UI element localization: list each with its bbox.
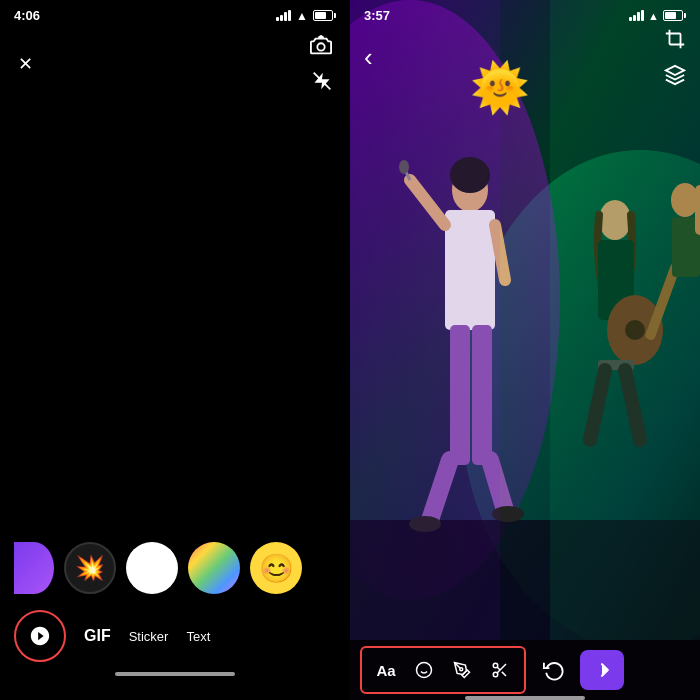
svg-line-45 — [497, 667, 500, 670]
camera-flip-button[interactable] — [310, 35, 332, 57]
right-status-bar: 3:57 ▲ — [350, 0, 700, 27]
editing-tools-group: Aa — [360, 646, 526, 694]
right-status-icons: ▲ — [629, 10, 686, 22]
sticker-tool-button[interactable] — [406, 652, 442, 688]
camera-flip-icon — [310, 35, 332, 57]
close-button[interactable]: ✕ — [18, 53, 33, 75]
camera-tab-icon[interactable] — [14, 610, 66, 662]
sticker-tab-label[interactable]: Sticker — [129, 629, 169, 644]
svg-point-40 — [460, 668, 463, 671]
next-button[interactable] — [580, 650, 624, 690]
bottom-tab-row: GIF Sticker Text — [0, 604, 350, 662]
swirl-sticker[interactable] — [188, 542, 240, 594]
crop-button[interactable] — [664, 28, 686, 50]
home-indicator-right — [465, 696, 585, 700]
gif-tab-label[interactable]: GIF — [84, 627, 111, 645]
spark-sticker[interactable]: 💥 — [64, 542, 116, 594]
svg-point-42 — [493, 672, 498, 677]
left-panel: 4:06 ▲ ✕ — [0, 0, 350, 700]
sticker-options-row: 💥 😊 — [0, 532, 350, 604]
camera-tab[interactable] — [14, 610, 66, 662]
left-status-bar: 4:06 ▲ — [0, 0, 350, 27]
smiley-sticker[interactable]: 😊 — [250, 542, 302, 594]
white-circle-sticker[interactable] — [126, 542, 178, 594]
right-wifi-icon: ▲ — [648, 10, 659, 22]
brush-tool-icon — [453, 661, 471, 679]
recent-sticker-partial[interactable] — [14, 542, 54, 594]
home-indicator-left — [115, 672, 235, 676]
svg-rect-35 — [670, 34, 681, 45]
right-top-right — [664, 28, 686, 86]
brush-tool-button[interactable] — [444, 652, 480, 688]
text-tab-label[interactable]: Text — [186, 629, 210, 644]
signal-icon — [276, 10, 291, 21]
svg-rect-33 — [550, 0, 700, 640]
layers-icon — [664, 64, 686, 86]
concert-bg: 🌞 — [350, 0, 700, 640]
crop-icon — [664, 28, 686, 50]
svg-marker-36 — [666, 66, 684, 75]
right-time: 3:57 — [364, 8, 390, 23]
sticker-tool-icon — [415, 661, 433, 679]
text-tool-button[interactable]: Aa — [368, 652, 404, 688]
svg-point-0 — [317, 43, 324, 50]
battery-icon — [313, 10, 336, 21]
scissors-tool-button[interactable] — [482, 652, 518, 688]
svg-point-41 — [493, 663, 498, 668]
scissors-icon — [491, 661, 509, 679]
right-top-nav: ‹ — [350, 28, 700, 86]
layers-button[interactable] — [664, 64, 686, 86]
right-battery-icon — [663, 10, 686, 21]
flash-off-button[interactable] — [312, 69, 332, 93]
camera-icon — [29, 625, 51, 647]
back-button[interactable]: ‹ — [364, 42, 373, 73]
wifi-icon: ▲ — [296, 9, 308, 23]
next-arrow-icon — [592, 660, 612, 680]
sticker-tab[interactable]: Sticker — [129, 610, 169, 662]
left-time: 4:06 — [14, 8, 40, 23]
right-bottom-toolbar: Aa — [350, 640, 700, 700]
concert-image: 🌞 — [350, 0, 700, 640]
right-panel: 🌞 3:57 ▲ ‹ — [350, 0, 700, 700]
svg-point-37 — [417, 663, 432, 678]
flash-off-icon — [312, 69, 332, 93]
left-bottom-toolbar: 💥 😊 GIF — [0, 532, 350, 700]
left-camera-preview — [0, 101, 350, 532]
undo-icon — [543, 659, 565, 681]
right-signal-icon — [629, 10, 644, 21]
svg-line-44 — [502, 672, 506, 676]
gif-tab[interactable]: GIF — [84, 610, 111, 662]
undo-button[interactable] — [536, 652, 572, 688]
left-top-nav: ✕ — [0, 27, 350, 101]
text-tab[interactable]: Text — [186, 610, 210, 662]
